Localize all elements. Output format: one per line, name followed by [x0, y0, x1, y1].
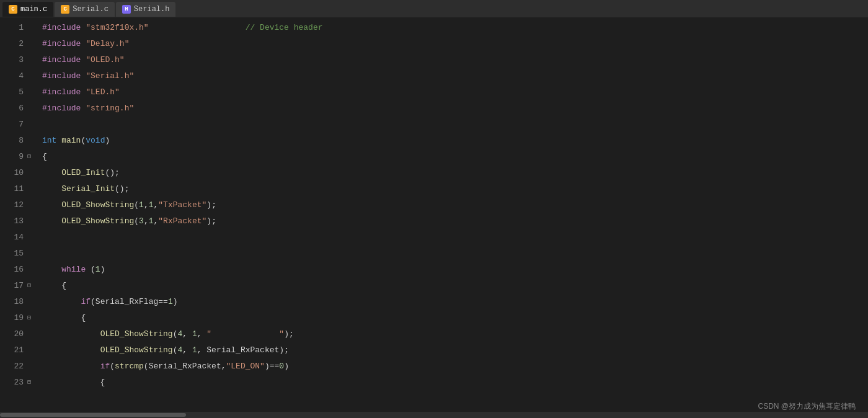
code-token: {	[42, 152, 47, 161]
code-line-19: {	[37, 310, 868, 326]
code-token: "string.h"	[86, 104, 134, 113]
code-token: OLED_ShowString	[100, 345, 173, 355]
code-line-9: {	[37, 149, 868, 165]
code-token: #include	[42, 104, 81, 113]
code-token: 0	[279, 362, 284, 371]
fold-indicator-17[interactable]: ⊟	[26, 283, 32, 289]
code-token: (	[86, 265, 95, 274]
code-line-6: #include "string.h"	[37, 100, 868, 117]
tab-main-c[interactable]: Cmain.c	[2, 2, 53, 17]
code-token: ();	[105, 168, 119, 177]
code-token: " "	[206, 329, 284, 339]
code-line-16: while (1)	[37, 262, 868, 278]
line-number-13: 13	[5, 213, 32, 229]
code-token: #include	[42, 23, 81, 32]
tab-Serial-c[interactable]: CSerial.c	[55, 2, 115, 17]
line-number-20: 20	[5, 326, 32, 342]
code-line-5: #include "LED.h"	[37, 84, 868, 100]
fold-indicator-23[interactable]: ⊟	[26, 380, 32, 386]
tab-icon-Serial.c: C	[61, 5, 69, 14]
code-token: )	[105, 136, 110, 145]
code-line-7	[37, 117, 868, 133]
code-token: ,	[197, 329, 207, 339]
code-line-23: {	[37, 375, 868, 391]
code-line-13: OLED_ShowString(3,1,"RxPacket");	[37, 213, 868, 229]
line-numbers: 123456789⊟1011121314151617⊟1819⊟20212223…	[0, 17, 37, 418]
code-token: #include	[42, 87, 81, 97]
line-number-17: 17⊟	[5, 278, 32, 294]
code-content: #include "stm32f10x.h" // Device header#…	[37, 17, 868, 418]
code-token: {	[42, 313, 86, 322]
line-number-1: 1	[5, 20, 32, 36]
code-token: 1	[168, 297, 173, 306]
code-line-17: {	[37, 278, 868, 294]
line-number-4: 4	[5, 68, 32, 84]
code-token: ,	[144, 200, 149, 210]
code-token: )==	[265, 362, 279, 371]
code-token: #include	[42, 71, 81, 81]
code-token	[42, 329, 100, 339]
code-token: OLED_ShowString	[61, 216, 134, 226]
line-number-11: 11	[5, 181, 32, 197]
line-number-21: 21	[5, 342, 32, 358]
code-line-21: OLED_ShowString(4, 1, Serial_RxPacket);	[37, 342, 868, 358]
code-token: (	[91, 297, 95, 306]
code-line-14	[37, 229, 868, 246]
code-token: "stm32f10x.h"	[86, 23, 148, 32]
fold-indicator-9[interactable]: ⊟	[26, 154, 32, 160]
code-token: if	[100, 362, 110, 371]
code-line-22: if(strcmp(Serial_RxPacket,"LED_ON")==0)	[37, 358, 868, 375]
line-number-15: 15	[5, 246, 32, 262]
code-line-15	[37, 246, 868, 262]
tab-label-1: Serial.c	[73, 5, 108, 14]
code-token: OLED_Init	[61, 168, 105, 177]
code-token: main	[61, 136, 81, 145]
code-token: {	[42, 281, 66, 290]
code-token: );	[284, 329, 294, 339]
line-number-5: 5	[5, 84, 32, 100]
line-number-14: 14	[5, 229, 32, 246]
code-line-8: int main(void)	[37, 133, 868, 149]
code-token: OLED_ShowString	[100, 329, 173, 339]
code-token: 3	[139, 216, 144, 226]
code-line-1: #include "stm32f10x.h" // Device header	[37, 20, 868, 36]
code-token: "Delay.h"	[86, 39, 129, 48]
code-token: , Serial_RxPacket);	[197, 345, 289, 355]
code-line-18: if(Serial_RxFlag==1)	[37, 294, 868, 310]
code-line-20: OLED_ShowString(4, 1, " ");	[37, 326, 868, 342]
editor-area: 123456789⊟1011121314151617⊟1819⊟20212223…	[0, 17, 868, 418]
code-token: "OLED.h"	[86, 55, 124, 64]
code-token: 1	[192, 329, 197, 339]
code-line-12: OLED_ShowString(1,1,"TxPacket");	[37, 197, 868, 213]
scrollbar-thumb[interactable]	[0, 413, 186, 417]
code-token: ,	[144, 216, 149, 226]
code-token: "Serial.h"	[86, 71, 134, 81]
line-number-22: 22	[5, 358, 32, 375]
code-token: Serial_RxFlag==	[95, 297, 168, 306]
horizontal-scrollbar[interactable]	[0, 412, 868, 418]
tab-icon-main.c: C	[9, 5, 17, 14]
code-token	[42, 184, 61, 193]
code-token: "LED.h"	[86, 87, 120, 97]
tab-icon-Serial.h: H	[122, 5, 131, 14]
line-number-8: 8	[5, 133, 32, 149]
code-token: (	[110, 362, 115, 371]
code-token: "TxPacket"	[158, 200, 206, 210]
code-token: (	[134, 216, 139, 226]
line-number-18: 18	[5, 294, 32, 310]
code-token: if	[81, 297, 91, 306]
code-line-3: #include "OLED.h"	[37, 52, 868, 68]
code-token	[42, 265, 61, 274]
code-token: "RxPacket"	[158, 216, 206, 226]
line-number-10: 10	[5, 165, 32, 181]
code-token	[149, 23, 246, 32]
fold-indicator-19[interactable]: ⊟	[26, 315, 32, 321]
code-token: // Device header	[246, 23, 323, 32]
code-token	[42, 200, 61, 210]
tab-label-0: main.c	[20, 5, 47, 14]
tab-Serial-h[interactable]: HSerial.h	[116, 2, 176, 17]
code-token: OLED_ShowString	[61, 200, 134, 210]
code-token: );	[206, 200, 216, 210]
code-token: (	[134, 200, 139, 210]
line-number-9: 9⊟	[5, 149, 32, 165]
